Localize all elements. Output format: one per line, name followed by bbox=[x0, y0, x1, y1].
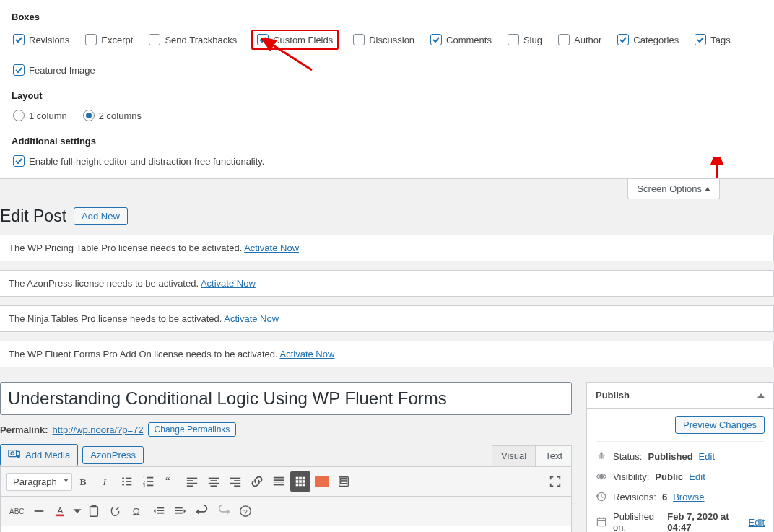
special-character-icon[interactable]: Ω bbox=[127, 501, 147, 521]
status-edit-link[interactable]: Edit bbox=[699, 451, 715, 462]
checkbox-comments[interactable]: Comments bbox=[429, 32, 493, 47]
editor-header: Edit Post Add New bbox=[0, 199, 774, 226]
checkbox-trackbacks[interactable]: Send Trackbacks bbox=[147, 32, 238, 47]
checkbox-box-icon bbox=[257, 34, 269, 45]
toolbar-toggle-icon[interactable] bbox=[290, 471, 310, 492]
preview-changes-button[interactable]: Preview Changes bbox=[675, 416, 765, 434]
visibility-label: Visibility: bbox=[613, 471, 649, 482]
svg-rect-8 bbox=[126, 478, 131, 479]
fullscreen-icon[interactable] bbox=[545, 471, 565, 492]
checkbox-revisions[interactable]: Revisions bbox=[12, 32, 71, 47]
ninja-tables-icon[interactable] bbox=[312, 471, 332, 492]
checkbox-tags[interactable]: Tags bbox=[693, 32, 731, 47]
calendar-icon bbox=[596, 516, 607, 528]
help-icon[interactable]: ? bbox=[235, 501, 256, 521]
svg-rect-39 bbox=[295, 480, 298, 483]
checkbox-slug[interactable]: Slug bbox=[506, 32, 544, 47]
text-color-dropdown-icon[interactable] bbox=[72, 501, 82, 521]
format-select[interactable]: Paragraph bbox=[6, 473, 72, 491]
checkbox-author[interactable]: Author bbox=[557, 32, 603, 47]
italic-icon[interactable]: I bbox=[95, 471, 116, 492]
screen-options-panel: Boxes RevisionsExcerptSend TrackbacksCus… bbox=[0, 0, 774, 179]
checkbox-fullheight[interactable]: Enable full-height editor and distractio… bbox=[12, 154, 266, 168]
redo-icon[interactable] bbox=[214, 501, 234, 521]
published-edit-link[interactable]: Edit bbox=[749, 517, 765, 528]
checkbox-discussion[interactable]: Discussion bbox=[352, 32, 416, 47]
svg-rect-56 bbox=[157, 513, 164, 514]
checkbox-label: Revisions bbox=[29, 35, 69, 45]
link-icon[interactable] bbox=[247, 471, 267, 492]
radio-2col[interactable]: 2 columns bbox=[82, 108, 143, 123]
strikethrough-icon[interactable]: ABC bbox=[6, 501, 27, 521]
numbered-list-icon[interactable]: 123 bbox=[139, 471, 159, 492]
activate-now-link[interactable]: Activate Now bbox=[244, 243, 299, 253]
svg-rect-12 bbox=[126, 484, 131, 486]
permalink-link[interactable]: http://wp.noora/?p=72 bbox=[52, 424, 143, 435]
svg-rect-10 bbox=[126, 481, 131, 482]
checkbox-custom-fields[interactable]: Custom Fields bbox=[251, 30, 339, 50]
checkbox-featured-image[interactable]: Featured Image bbox=[12, 63, 97, 77]
checkbox-excerpt[interactable]: Excerpt bbox=[84, 32, 134, 47]
align-right-icon[interactable] bbox=[225, 471, 245, 492]
undo-icon[interactable] bbox=[192, 501, 212, 521]
boxes-heading: Boxes bbox=[12, 12, 762, 22]
chevron-up-icon bbox=[757, 393, 765, 398]
azonpress-button[interactable]: AzonPress bbox=[82, 446, 144, 464]
change-permalinks-button[interactable]: Change Permalinks bbox=[148, 422, 237, 437]
permalink-row: Permalink: http://wp.noora/?p=72 Change … bbox=[0, 422, 572, 437]
tab-text[interactable]: Text bbox=[536, 445, 572, 466]
radio-1col[interactable]: 1 column bbox=[12, 108, 69, 123]
checkbox-label: Featured Image bbox=[29, 65, 95, 76]
checkbox-box-icon bbox=[13, 34, 25, 45]
add-new-button[interactable]: Add New bbox=[74, 207, 128, 225]
visibility-value: Public bbox=[655, 471, 683, 482]
svg-rect-38 bbox=[302, 477, 305, 480]
visibility-edit-link[interactable]: Edit bbox=[689, 471, 705, 482]
align-center-icon[interactable] bbox=[204, 471, 224, 492]
bold-icon[interactable]: B bbox=[74, 471, 94, 492]
revisions-label: Revisions: bbox=[613, 492, 656, 502]
svg-rect-26 bbox=[209, 483, 219, 484]
svg-rect-27 bbox=[210, 485, 217, 487]
activate-now-link[interactable]: Activate Now bbox=[224, 313, 279, 324]
published-value: Feb 7, 2020 at 04:47 bbox=[667, 511, 742, 532]
svg-rect-42 bbox=[295, 484, 298, 487]
svg-rect-52 bbox=[92, 505, 95, 507]
insert-more-icon[interactable] bbox=[269, 471, 289, 492]
outdent-icon[interactable] bbox=[149, 501, 169, 521]
activate-now-link[interactable]: Activate Now bbox=[201, 278, 256, 289]
editor-content[interactable]: Do you want your web form to behave base… bbox=[1, 526, 571, 532]
text-color-icon[interactable]: A bbox=[51, 501, 71, 521]
revisions-browse-link[interactable]: Browse bbox=[673, 492, 704, 502]
post-title-input[interactable] bbox=[0, 382, 572, 415]
svg-rect-48 bbox=[34, 510, 43, 512]
blockquote-icon[interactable]: “ bbox=[160, 471, 181, 492]
checkbox-label: Slug bbox=[523, 35, 542, 45]
indent-icon[interactable] bbox=[170, 501, 191, 521]
svg-rect-50 bbox=[56, 515, 64, 517]
license-notice: The WP Fluent Forms Pro Add On license n… bbox=[0, 341, 774, 367]
tinymce-editor: Paragraph B I 123 “ AB bbox=[0, 466, 572, 532]
permalink-label: Permalink: bbox=[0, 424, 48, 435]
checkbox-categories[interactable]: Categories bbox=[616, 32, 680, 47]
svg-rect-32 bbox=[274, 477, 284, 479]
pin-icon bbox=[596, 450, 607, 462]
svg-rect-66 bbox=[597, 518, 605, 526]
svg-rect-25 bbox=[210, 480, 217, 481]
horizontal-rule-icon[interactable] bbox=[29, 501, 49, 521]
svg-rect-41 bbox=[302, 480, 305, 483]
checkbox-box-icon bbox=[508, 34, 519, 45]
fluent-forms-icon[interactable] bbox=[334, 471, 354, 492]
paste-text-icon[interactable] bbox=[84, 501, 104, 521]
clear-formatting-icon[interactable] bbox=[105, 501, 126, 521]
screen-options-tab-label: Screen Options bbox=[637, 183, 702, 194]
svg-rect-29 bbox=[234, 480, 240, 481]
bullet-list-icon[interactable] bbox=[117, 471, 137, 492]
svg-text:“: “ bbox=[165, 475, 170, 488]
publish-postbox-header[interactable]: Publish bbox=[587, 383, 773, 409]
screen-options-tab[interactable]: Screen Options bbox=[627, 179, 720, 199]
add-media-button[interactable]: Add Media bbox=[0, 444, 78, 466]
activate-now-link[interactable]: Activate Now bbox=[280, 349, 335, 359]
align-left-icon[interactable] bbox=[182, 471, 202, 492]
tab-visual[interactable]: Visual bbox=[492, 445, 536, 466]
